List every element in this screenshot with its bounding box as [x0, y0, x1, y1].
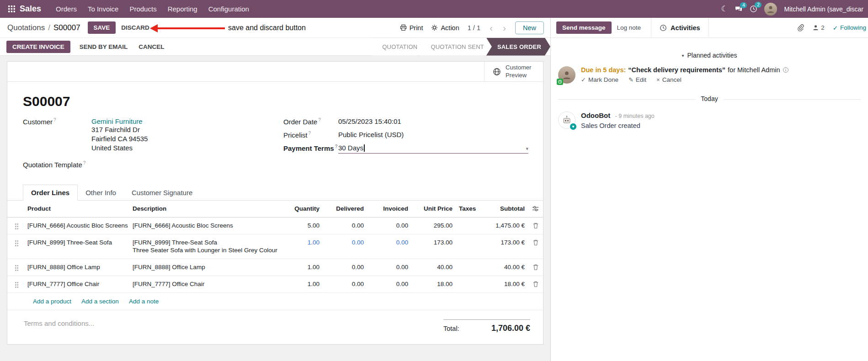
activity-avatar[interactable] [558, 66, 575, 84]
log-note-button[interactable]: Log note [612, 21, 647, 34]
line-product[interactable]: [FURN_7777] Office Chair [26, 276, 131, 292]
action-button[interactable]: Action [431, 24, 459, 32]
line-invoiced[interactable]: 0.00 [366, 234, 410, 251]
new-button[interactable]: New [515, 21, 544, 34]
state-quotation[interactable]: QUOTATION [371, 38, 424, 56]
state-sales-order[interactable]: SALES ORDER [486, 38, 550, 56]
pricelist-value[interactable]: Public Pricelist (USD) [338, 131, 404, 139]
line-taxes[interactable] [454, 234, 490, 243]
menu-orders[interactable]: Orders [50, 5, 82, 13]
drag-handle-icon[interactable] [7, 259, 26, 276]
close-icon: × [656, 76, 660, 83]
menu-reporting[interactable]: Reporting [162, 5, 203, 13]
info-icon[interactable] [783, 67, 789, 73]
line-description[interactable]: [FURN_8888] Office Lamp [131, 259, 278, 276]
line-unit-price[interactable]: 18.00 [410, 276, 454, 292]
order-line-row[interactable]: [FURN_7777] Office Chair [FURN_7777] Off… [7, 276, 543, 293]
tab-customer-signature[interactable]: Customer Signature [124, 185, 200, 200]
add-section-link[interactable]: Add a section [81, 298, 119, 305]
line-product[interactable]: [FURN_8888] Office Lamp [26, 259, 131, 276]
terms-placeholder[interactable]: Terms and conditions... [24, 319, 94, 327]
apps-menu-icon[interactable] [4, 5, 20, 12]
dropdown-caret-icon[interactable]: ▾ [526, 146, 528, 152]
tab-activities[interactable]: Activities [651, 18, 708, 37]
line-delivered[interactable]: 0.00 [321, 234, 366, 251]
line-unit-price[interactable]: 173.00 [410, 234, 454, 251]
line-quantity[interactable]: 1.00 [278, 259, 321, 276]
drag-handle-icon[interactable] [7, 218, 26, 234]
optional-columns-icon[interactable] [527, 201, 544, 216]
dark-mode-icon[interactable]: ☾ [721, 4, 728, 14]
discard-button[interactable]: DISCARD [116, 21, 155, 34]
pager-previous-icon[interactable]: ‹ [489, 23, 494, 32]
line-delivered[interactable]: 0.00 [321, 276, 366, 292]
payment-terms-input[interactable]: 30 Days ▾ [338, 144, 528, 154]
drag-handle-icon[interactable] [7, 234, 26, 251]
order-line-row[interactable]: [FURN_8999] Three-Seat Sofa [FURN_8999] … [7, 234, 543, 259]
order-line-row[interactable]: [FURN_6666] Acoustic Bloc Screens [FURN_… [7, 218, 543, 234]
menu-configuration[interactable]: Configuration [203, 5, 255, 13]
line-delivered[interactable]: 0.00 [321, 259, 366, 276]
line-description[interactable]: [FURN_8999] Three-Seat SofaThree Seater … [131, 234, 278, 259]
line-taxes[interactable] [454, 276, 490, 284]
line-quantity[interactable]: 1.00 [278, 234, 321, 251]
delete-line-icon[interactable] [527, 234, 544, 250]
customer-preview-button[interactable]: Customer Preview [484, 62, 543, 81]
activity-type-clock-icon [557, 79, 563, 85]
line-invoiced[interactable]: 0.00 [366, 218, 410, 234]
customer-link[interactable]: Gemini Furniture [91, 117, 283, 125]
menu-to-invoice[interactable]: To Invoice [82, 5, 124, 13]
followers-button[interactable]: 2 [812, 24, 825, 31]
message-author[interactable]: OdooBot [581, 111, 610, 119]
activity-clock-icon[interactable]: 2 [750, 5, 757, 13]
messages-icon[interactable]: 4 [735, 5, 743, 13]
line-invoiced[interactable]: 0.00 [366, 276, 410, 292]
line-delivered[interactable]: 0.00 [321, 218, 366, 234]
tab-other-info[interactable]: Other Info [78, 185, 124, 200]
followers-count: 2 [821, 24, 825, 31]
following-button[interactable]: ✓ Following [833, 24, 866, 32]
odoobot-avatar[interactable]: ♥ [558, 111, 575, 129]
planned-activities-toggle[interactable]: ▾ Planned activities [551, 52, 868, 59]
line-taxes[interactable] [454, 259, 490, 267]
print-button[interactable]: Print [400, 24, 423, 32]
line-product[interactable]: [FURN_8999] Three-Seat Sofa [26, 234, 131, 251]
cancel-button[interactable]: CANCEL [133, 41, 170, 53]
tab-order-lines[interactable]: Order Lines [23, 185, 78, 201]
user-name[interactable]: Mitchell Admin (save_discar [784, 5, 863, 13]
line-product[interactable]: [FURN_6666] Acoustic Bloc Screens [26, 218, 131, 234]
add-product-link[interactable]: Add a product [33, 298, 71, 305]
add-note-link[interactable]: Add a note [129, 298, 159, 305]
line-unit-price[interactable]: 40.00 [410, 259, 454, 276]
attachments-button[interactable] [797, 24, 804, 32]
line-description[interactable]: [FURN_7777] Office Chair [131, 276, 278, 292]
line-taxes[interactable] [454, 218, 490, 226]
drag-handle-icon[interactable] [7, 276, 26, 292]
line-quantity[interactable]: 1.00 [278, 276, 321, 292]
breadcrumb-quotations[interactable]: Quotations [7, 23, 45, 32]
order-lines-table: Product Description Quantity Delivered I… [7, 201, 543, 310]
save-button[interactable]: SAVE [88, 21, 116, 34]
quotation-template-field[interactable] [91, 160, 283, 169]
order-date-value[interactable]: 05/25/2023 15:40:01 [338, 117, 401, 126]
menu-products[interactable]: Products [124, 5, 162, 13]
pager-next-icon[interactable]: › [502, 23, 507, 32]
send-message-button[interactable]: Send message [556, 21, 612, 34]
create-invoice-button[interactable]: CREATE INVOICE [6, 41, 70, 53]
line-invoiced[interactable]: 0.00 [366, 259, 410, 276]
delete-line-icon[interactable] [527, 276, 544, 292]
user-avatar[interactable] [764, 3, 777, 16]
send-by-email-button[interactable]: SEND BY EMAIL [74, 41, 133, 53]
mark-done-button[interactable]: ✓Mark Done [581, 76, 618, 83]
edit-activity-button[interactable]: ✎Edit [628, 76, 646, 83]
delete-line-icon[interactable] [527, 218, 544, 233]
cancel-activity-button[interactable]: ×Cancel [656, 76, 682, 83]
state-quotation-sent[interactable]: QUOTATION SENT [420, 38, 490, 56]
line-subtotal: 173.00 € [490, 234, 527, 251]
delete-line-icon[interactable] [527, 259, 544, 275]
line-quantity[interactable]: 5.00 [278, 218, 321, 234]
order-line-row[interactable]: [FURN_8888] Office Lamp [FURN_8888] Offi… [7, 259, 543, 276]
line-description[interactable]: [FURN_6666] Acoustic Bloc Screens [131, 218, 278, 234]
line-unit-price[interactable]: 295.00 [410, 218, 454, 234]
app-name[interactable]: Sales [20, 4, 41, 14]
